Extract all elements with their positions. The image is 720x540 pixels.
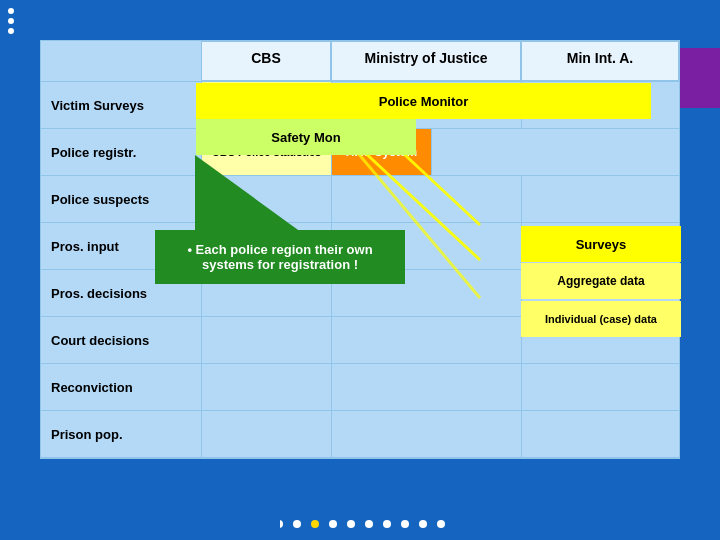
moj-suspects-cell bbox=[331, 176, 521, 222]
police-monitor-bar: Police Monitor bbox=[196, 83, 651, 119]
moj-reconviction-cell bbox=[331, 364, 521, 410]
min-suspects-cell bbox=[521, 176, 679, 222]
dot-2 bbox=[8, 18, 14, 24]
bottom-dot-3 bbox=[311, 520, 319, 528]
cbs-court-cell bbox=[201, 317, 331, 363]
label-police-suspects: Police suspects bbox=[41, 184, 201, 215]
row-reconviction: Reconviction bbox=[41, 364, 679, 411]
bottom-dot-5 bbox=[347, 520, 355, 528]
header-row: CBS Ministry of Justice Min Int. A. bbox=[41, 41, 679, 82]
bottom-bar bbox=[0, 508, 280, 540]
bullet-symbol: • bbox=[187, 242, 192, 257]
bottom-dot-10 bbox=[437, 520, 445, 528]
safety-mon-bar: Safety Mon bbox=[196, 119, 416, 155]
individual-bar: Individual (case) data bbox=[521, 301, 681, 337]
header-cbs: CBS bbox=[201, 41, 331, 81]
top-dots bbox=[8, 8, 14, 34]
label-police-registr: Police registr. bbox=[41, 137, 201, 168]
min-reconviction-cell bbox=[521, 364, 679, 410]
bottom-dot-6 bbox=[365, 520, 373, 528]
moj-court-cell bbox=[331, 317, 521, 363]
dot-1 bbox=[8, 8, 14, 14]
dot-3 bbox=[8, 28, 14, 34]
bottom-dot-9 bbox=[419, 520, 427, 528]
aggregate-bar: Aggregate data bbox=[521, 263, 681, 299]
row-police-suspects: Police suspects bbox=[41, 176, 679, 223]
min-police-cell bbox=[431, 129, 679, 175]
moj-prison-cell bbox=[331, 411, 521, 457]
header-moj: Ministry of Justice bbox=[331, 41, 521, 81]
cbs-prison-cell bbox=[201, 411, 331, 457]
row-prison-pop: Prison pop. bbox=[41, 411, 679, 458]
label-prison-pop: Prison pop. bbox=[41, 419, 201, 450]
label-court-decisions: Court decisions bbox=[41, 325, 201, 356]
bottom-dot-7 bbox=[383, 520, 391, 528]
header-min: Min Int. A. bbox=[521, 41, 679, 81]
bottom-dot-2 bbox=[293, 520, 301, 528]
green-triangle bbox=[195, 155, 305, 235]
green-bullet-box: • Each police region their own systems f… bbox=[155, 230, 405, 284]
bullet-text: Each police region their own systems for… bbox=[196, 242, 373, 272]
label-victim-surveys: Victim Surveys bbox=[41, 90, 201, 121]
surveys-bar: Surveys bbox=[521, 226, 681, 262]
bottom-dot-8 bbox=[401, 520, 409, 528]
header-empty bbox=[41, 41, 201, 81]
cbs-reconviction-cell bbox=[201, 364, 331, 410]
min-prison-cell bbox=[521, 411, 679, 457]
bottom-dot-4 bbox=[329, 520, 337, 528]
label-reconviction: Reconviction bbox=[41, 372, 201, 403]
